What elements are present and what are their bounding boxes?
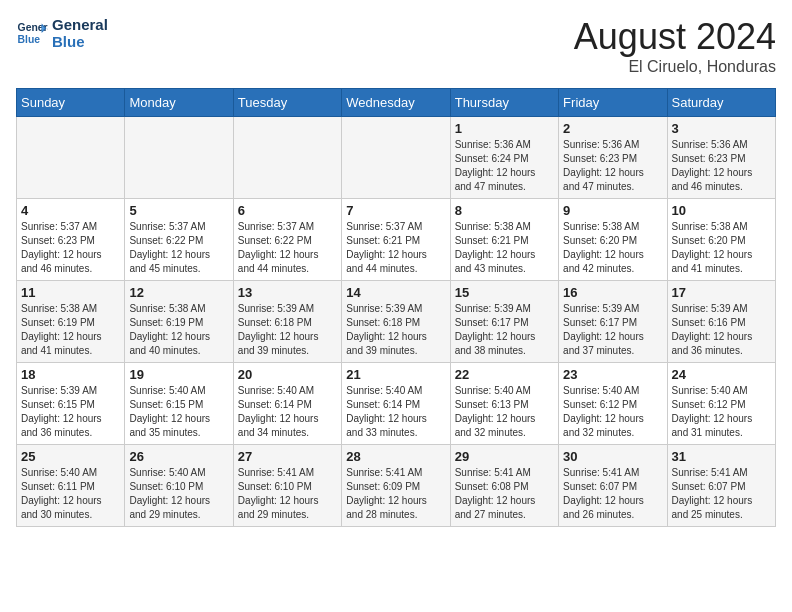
day-info: Sunrise: 5:36 AM Sunset: 6:23 PM Dayligh…: [563, 138, 662, 194]
day-info: Sunrise: 5:39 AM Sunset: 6:18 PM Dayligh…: [346, 302, 445, 358]
day-number: 3: [672, 121, 771, 136]
calendar-cell: 28Sunrise: 5:41 AM Sunset: 6:09 PM Dayli…: [342, 445, 450, 527]
page-header: General Blue General Blue August 2024 El…: [16, 16, 776, 76]
calendar-cell: 25Sunrise: 5:40 AM Sunset: 6:11 PM Dayli…: [17, 445, 125, 527]
day-number: 12: [129, 285, 228, 300]
day-info: Sunrise: 5:36 AM Sunset: 6:23 PM Dayligh…: [672, 138, 771, 194]
day-info: Sunrise: 5:39 AM Sunset: 6:17 PM Dayligh…: [455, 302, 554, 358]
day-number: 13: [238, 285, 337, 300]
day-info: Sunrise: 5:38 AM Sunset: 6:20 PM Dayligh…: [672, 220, 771, 276]
title-block: August 2024 El Ciruelo, Honduras: [574, 16, 776, 76]
day-info: Sunrise: 5:37 AM Sunset: 6:21 PM Dayligh…: [346, 220, 445, 276]
weekday-header: Tuesday: [233, 89, 341, 117]
calendar-cell: 10Sunrise: 5:38 AM Sunset: 6:20 PM Dayli…: [667, 199, 775, 281]
day-number: 28: [346, 449, 445, 464]
weekday-header: Sunday: [17, 89, 125, 117]
weekday-header: Wednesday: [342, 89, 450, 117]
day-info: Sunrise: 5:41 AM Sunset: 6:07 PM Dayligh…: [563, 466, 662, 522]
day-info: Sunrise: 5:39 AM Sunset: 6:15 PM Dayligh…: [21, 384, 120, 440]
calendar-cell: 14Sunrise: 5:39 AM Sunset: 6:18 PM Dayli…: [342, 281, 450, 363]
day-number: 29: [455, 449, 554, 464]
weekday-header: Thursday: [450, 89, 558, 117]
day-number: 5: [129, 203, 228, 218]
day-info: Sunrise: 5:40 AM Sunset: 6:15 PM Dayligh…: [129, 384, 228, 440]
day-info: Sunrise: 5:38 AM Sunset: 6:21 PM Dayligh…: [455, 220, 554, 276]
calendar-cell: [17, 117, 125, 199]
svg-text:Blue: Blue: [18, 34, 41, 45]
day-number: 27: [238, 449, 337, 464]
day-info: Sunrise: 5:37 AM Sunset: 6:22 PM Dayligh…: [238, 220, 337, 276]
day-info: Sunrise: 5:39 AM Sunset: 6:17 PM Dayligh…: [563, 302, 662, 358]
calendar-cell: 27Sunrise: 5:41 AM Sunset: 6:10 PM Dayli…: [233, 445, 341, 527]
calendar-cell: 16Sunrise: 5:39 AM Sunset: 6:17 PM Dayli…: [559, 281, 667, 363]
calendar-cell: [125, 117, 233, 199]
day-info: Sunrise: 5:40 AM Sunset: 6:10 PM Dayligh…: [129, 466, 228, 522]
day-number: 25: [21, 449, 120, 464]
day-number: 26: [129, 449, 228, 464]
day-number: 17: [672, 285, 771, 300]
day-number: 23: [563, 367, 662, 382]
calendar-cell: [233, 117, 341, 199]
day-number: 19: [129, 367, 228, 382]
calendar-cell: 9Sunrise: 5:38 AM Sunset: 6:20 PM Daylig…: [559, 199, 667, 281]
day-number: 20: [238, 367, 337, 382]
weekday-header: Monday: [125, 89, 233, 117]
day-info: Sunrise: 5:38 AM Sunset: 6:20 PM Dayligh…: [563, 220, 662, 276]
day-info: Sunrise: 5:40 AM Sunset: 6:13 PM Dayligh…: [455, 384, 554, 440]
location: El Ciruelo, Honduras: [574, 58, 776, 76]
day-number: 31: [672, 449, 771, 464]
day-number: 11: [21, 285, 120, 300]
day-info: Sunrise: 5:40 AM Sunset: 6:12 PM Dayligh…: [672, 384, 771, 440]
calendar-cell: 15Sunrise: 5:39 AM Sunset: 6:17 PM Dayli…: [450, 281, 558, 363]
calendar-cell: 6Sunrise: 5:37 AM Sunset: 6:22 PM Daylig…: [233, 199, 341, 281]
calendar-cell: 2Sunrise: 5:36 AM Sunset: 6:23 PM Daylig…: [559, 117, 667, 199]
day-number: 30: [563, 449, 662, 464]
logo-line2: Blue: [52, 33, 108, 50]
calendar-cell: 11Sunrise: 5:38 AM Sunset: 6:19 PM Dayli…: [17, 281, 125, 363]
day-number: 7: [346, 203, 445, 218]
day-info: Sunrise: 5:40 AM Sunset: 6:14 PM Dayligh…: [346, 384, 445, 440]
day-number: 8: [455, 203, 554, 218]
calendar-cell: 1Sunrise: 5:36 AM Sunset: 6:24 PM Daylig…: [450, 117, 558, 199]
day-info: Sunrise: 5:39 AM Sunset: 6:16 PM Dayligh…: [672, 302, 771, 358]
calendar-cell: 26Sunrise: 5:40 AM Sunset: 6:10 PM Dayli…: [125, 445, 233, 527]
weekday-header: Friday: [559, 89, 667, 117]
day-info: Sunrise: 5:40 AM Sunset: 6:12 PM Dayligh…: [563, 384, 662, 440]
calendar-cell: 7Sunrise: 5:37 AM Sunset: 6:21 PM Daylig…: [342, 199, 450, 281]
day-number: 21: [346, 367, 445, 382]
logo-line1: General: [52, 16, 108, 33]
calendar-cell: 18Sunrise: 5:39 AM Sunset: 6:15 PM Dayli…: [17, 363, 125, 445]
day-number: 24: [672, 367, 771, 382]
day-info: Sunrise: 5:36 AM Sunset: 6:24 PM Dayligh…: [455, 138, 554, 194]
calendar-cell: 20Sunrise: 5:40 AM Sunset: 6:14 PM Dayli…: [233, 363, 341, 445]
day-number: 9: [563, 203, 662, 218]
calendar-cell: 24Sunrise: 5:40 AM Sunset: 6:12 PM Dayli…: [667, 363, 775, 445]
calendar-cell: 30Sunrise: 5:41 AM Sunset: 6:07 PM Dayli…: [559, 445, 667, 527]
calendar-cell: 31Sunrise: 5:41 AM Sunset: 6:07 PM Dayli…: [667, 445, 775, 527]
day-number: 10: [672, 203, 771, 218]
day-info: Sunrise: 5:40 AM Sunset: 6:11 PM Dayligh…: [21, 466, 120, 522]
calendar-cell: [342, 117, 450, 199]
day-info: Sunrise: 5:40 AM Sunset: 6:14 PM Dayligh…: [238, 384, 337, 440]
calendar-cell: 19Sunrise: 5:40 AM Sunset: 6:15 PM Dayli…: [125, 363, 233, 445]
calendar-cell: 5Sunrise: 5:37 AM Sunset: 6:22 PM Daylig…: [125, 199, 233, 281]
day-info: Sunrise: 5:38 AM Sunset: 6:19 PM Dayligh…: [129, 302, 228, 358]
day-info: Sunrise: 5:37 AM Sunset: 6:23 PM Dayligh…: [21, 220, 120, 276]
month-title: August 2024: [574, 16, 776, 58]
calendar-cell: 12Sunrise: 5:38 AM Sunset: 6:19 PM Dayli…: [125, 281, 233, 363]
day-number: 18: [21, 367, 120, 382]
day-number: 22: [455, 367, 554, 382]
weekday-header: Saturday: [667, 89, 775, 117]
day-info: Sunrise: 5:41 AM Sunset: 6:07 PM Dayligh…: [672, 466, 771, 522]
day-number: 2: [563, 121, 662, 136]
calendar-cell: 8Sunrise: 5:38 AM Sunset: 6:21 PM Daylig…: [450, 199, 558, 281]
calendar-cell: 3Sunrise: 5:36 AM Sunset: 6:23 PM Daylig…: [667, 117, 775, 199]
calendar-table: SundayMondayTuesdayWednesdayThursdayFrid…: [16, 88, 776, 527]
day-info: Sunrise: 5:41 AM Sunset: 6:10 PM Dayligh…: [238, 466, 337, 522]
day-info: Sunrise: 5:41 AM Sunset: 6:09 PM Dayligh…: [346, 466, 445, 522]
calendar-cell: 13Sunrise: 5:39 AM Sunset: 6:18 PM Dayli…: [233, 281, 341, 363]
calendar-cell: 17Sunrise: 5:39 AM Sunset: 6:16 PM Dayli…: [667, 281, 775, 363]
day-number: 14: [346, 285, 445, 300]
calendar-cell: 4Sunrise: 5:37 AM Sunset: 6:23 PM Daylig…: [17, 199, 125, 281]
day-info: Sunrise: 5:37 AM Sunset: 6:22 PM Dayligh…: [129, 220, 228, 276]
